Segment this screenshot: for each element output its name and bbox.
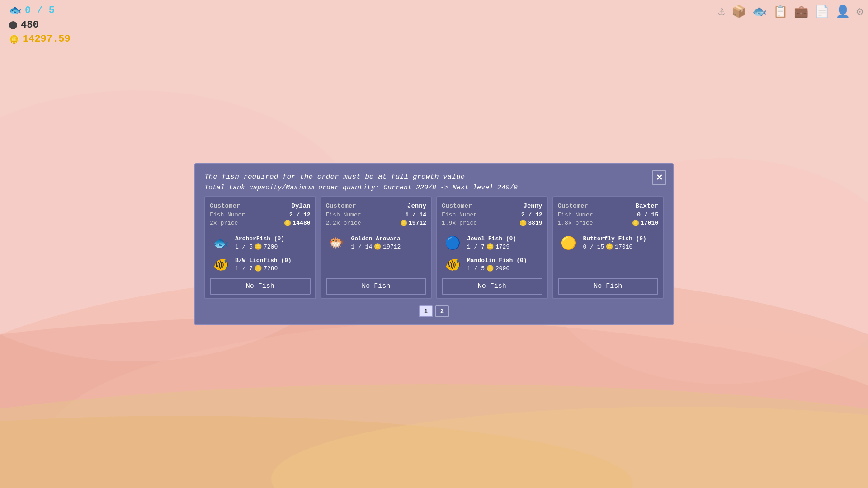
page-1-button[interactable]: 1 [419,305,433,317]
fish-price-3a: 1729 [495,244,509,250]
page-2-button[interactable]: 2 [435,305,449,317]
orders-container: Customer Dylan Fish Numer 2 / 12 2x pric… [204,196,664,299]
order-card-2: Customer Jenny Fish Numer 1 / 14 2.2x pr… [321,196,432,299]
fish-numer-label-3: Fish Numer [442,211,477,218]
fish-qty-3b: 1 / 5 [467,265,485,272]
fish-numer-label-2: Fish Numer [326,211,361,218]
fish-price-1b: 7280 [264,265,278,272]
price-mult-4: 1.8x price [558,220,593,226]
gold-icon-1b: 🪙 [255,265,262,272]
no-fish-button-4[interactable]: No Fish [558,278,659,295]
gold-icon-4a: 🪙 [606,243,613,250]
fish-numer-2: 1 / 14 [405,211,426,218]
pagination: 1 2 [204,305,664,317]
no-fish-button-2[interactable]: No Fish [326,278,427,295]
modal-title: The fish required for the order must be … [204,173,664,181]
fish-numer-label-4: Fish Numer [558,211,593,218]
gold-icon-2a: 🪙 [374,243,381,250]
fish-list-1: 🐟 ArcherFish (0) 1 / 5 🪙 7200 🐠 [210,235,311,278]
fish-qty-1b: 1 / 7 [235,265,253,272]
gold-icon-1: 🪙 [284,220,291,227]
fish-name-3b: Mandolin Fish (0) [467,257,527,264]
gold-icon-1a: 🪙 [255,243,262,250]
fish-name-1a: ArcherFish (0) [235,235,284,242]
fish-numer-4: 0 / 15 [637,211,658,218]
fish-name-2a: Golden Arowana [351,235,401,242]
price-mult-1: 2x price [210,220,238,226]
customer-name-4: Baxter [636,202,658,210]
customer-name-1: Dylan [291,202,310,210]
price-value-3: 3819 [528,220,542,226]
fish-name-4a: Butterfly Fish (0) [583,235,646,242]
fish-numer-label-1: Fish Numer [210,211,245,218]
customer-label-2: Customer [326,202,356,210]
price-value-1: 14480 [292,220,310,226]
gold-icon-3: 🪙 [519,220,527,227]
customer-name-2: Jenny [407,202,426,210]
lionfish-icon: 🐠 [210,256,231,273]
price-value-4: 17010 [641,220,658,226]
order-card-4: Customer Baxter Fish Numer 0 / 15 1.8x p… [552,196,664,299]
modal-header: The fish required for the order must be … [204,173,664,192]
modal-overlay: The fish required for the order must be … [0,0,868,488]
fish-numer-3: 2 / 12 [521,211,542,218]
fish-price-1a: 7200 [264,244,278,250]
jewel-fish-icon: 🔵 [442,235,463,252]
order-modal: The fish required for the order must be … [194,163,674,325]
fish-list-3: 🔵 Jewel Fish (0) 1 / 7 🪙 1729 🐠 [442,235,542,278]
price-mult-2: 2.2x price [326,220,361,226]
modal-subtitle: Total tank capacity/Maximum order quanti… [204,184,664,192]
no-fish-button-3[interactable]: No Fish [442,278,542,295]
order-card-3: Customer Jenny Fish Numer 2 / 12 1.9x pr… [436,196,548,299]
fish-numer-1: 2 / 12 [289,211,311,218]
fish-entry-3b: 🐠 Mandolin Fish (0) 1 / 5 🪙 2090 [442,256,542,273]
customer-name-3: Jenny [523,202,542,210]
price-value-2: 19712 [409,220,426,226]
customer-label-4: Customer [558,202,588,210]
customer-label-1: Customer [210,202,240,210]
close-button[interactable]: ✕ [652,170,666,185]
order-card-1: Customer Dylan Fish Numer 2 / 12 2x pric… [204,196,316,299]
archerfish-icon: 🐟 [210,235,231,252]
price-mult-3: 1.9x price [442,220,477,226]
fish-list-4: 🟡 Butterfly Fish (0) 0 / 15 🪙 17010 [558,235,659,278]
gold-icon-3a: 🪙 [486,243,494,250]
fish-price-3b: 2090 [495,265,509,272]
fish-entry-1a: 🐟 ArcherFish (0) 1 / 5 🪙 7200 [210,235,311,252]
customer-label-3: Customer [442,202,472,210]
fish-entry-4a: 🟡 Butterfly Fish (0) 0 / 15 🪙 17010 [558,235,659,252]
arowana-icon: 🐡 [326,235,348,252]
fish-entry-3a: 🔵 Jewel Fish (0) 1 / 7 🪙 1729 [442,235,542,252]
gold-icon-3b: 🪙 [486,265,494,272]
gold-icon-2: 🪙 [400,220,407,227]
fish-qty-4a: 0 / 15 [583,244,604,250]
fish-list-2: 🐡 Golden Arowana 1 / 14 🪙 19712 [326,235,427,278]
fish-price-4a: 17010 [615,244,632,250]
fish-qty-2a: 1 / 14 [351,244,373,250]
fish-qty-1a: 1 / 5 [235,244,253,250]
no-fish-button-1[interactable]: No Fish [210,278,311,295]
fish-entry-2a: 🐡 Golden Arowana 1 / 14 🪙 19712 [326,235,427,252]
mandolin-fish-icon: 🐠 [442,256,463,273]
gold-icon-4: 🪙 [632,220,639,227]
fish-entry-1b: 🐠 B/W Lionfish (0) 1 / 7 🪙 7280 [210,256,311,273]
fish-name-1b: B/W Lionfish (0) [235,257,292,264]
fish-name-3a: Jewel Fish (0) [467,235,516,242]
fish-qty-3a: 1 / 7 [467,244,485,250]
fish-price-2a: 19712 [383,244,401,250]
butterfly-fish-icon: 🟡 [558,235,580,252]
